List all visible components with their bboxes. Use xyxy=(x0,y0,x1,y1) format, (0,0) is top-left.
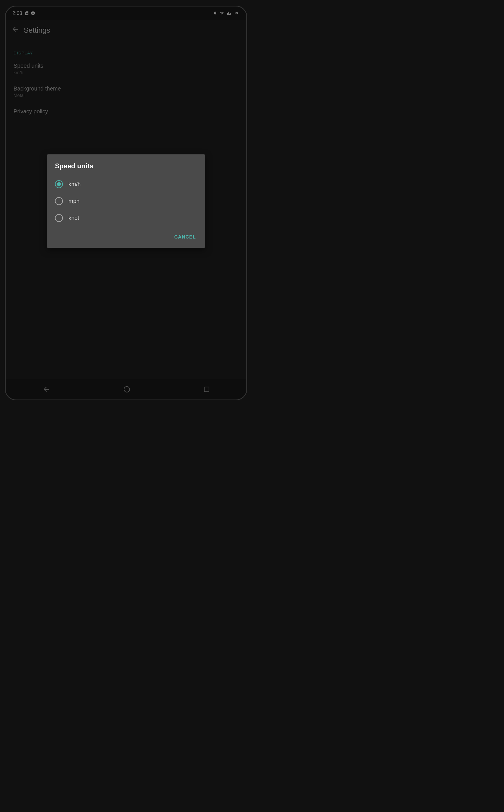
radio-kmh-circle xyxy=(55,180,63,188)
radio-mph-circle xyxy=(55,197,63,205)
speed-units-dialog: Speed units km/h mph knot CANCEL xyxy=(47,154,205,248)
radio-mph-label: mph xyxy=(68,198,79,204)
radio-option-mph[interactable]: mph xyxy=(47,193,205,209)
radio-kmh-label: km/h xyxy=(68,181,81,187)
radio-kmh-inner xyxy=(57,182,61,186)
radio-option-knot[interactable]: knot xyxy=(47,209,205,226)
cancel-button[interactable]: CANCEL xyxy=(171,232,199,242)
radio-option-kmh[interactable]: km/h xyxy=(47,176,205,193)
radio-knot-circle xyxy=(55,214,63,222)
dialog-title: Speed units xyxy=(47,162,205,176)
dialog-actions: CANCEL xyxy=(47,229,205,244)
radio-knot-label: knot xyxy=(68,215,79,221)
